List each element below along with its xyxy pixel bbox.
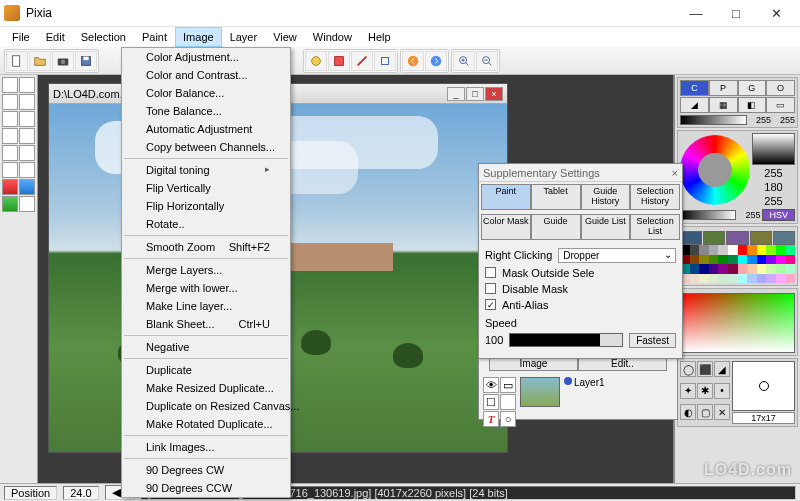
layer-tool-text-icon[interactable]: T: [483, 411, 499, 427]
menu-edit[interactable]: Edit: [38, 27, 73, 47]
menu-image[interactable]: Image: [175, 27, 222, 47]
palette-thumb[interactable]: [750, 231, 772, 245]
swatch[interactable]: [728, 274, 738, 284]
doc-minimize-button[interactable]: _: [447, 87, 465, 101]
brush-size-field[interactable]: 17x17: [732, 412, 795, 424]
swatch[interactable]: [718, 264, 728, 274]
menu-paint[interactable]: Paint: [134, 27, 175, 47]
brush-opt-3-icon[interactable]: ◢: [714, 361, 730, 377]
tool-icon-4[interactable]: [374, 51, 396, 71]
swatch[interactable]: [690, 245, 700, 255]
swatch[interactable]: [786, 245, 796, 255]
color-wheel[interactable]: [680, 135, 750, 205]
brush-opt-4-icon[interactable]: ✦: [680, 383, 696, 399]
menuitem-make-resized-duplicate[interactable]: Make Resized Duplicate...: [122, 379, 290, 397]
layer-name[interactable]: Layer1: [574, 377, 605, 388]
menuitem-link-images[interactable]: Link Images...: [122, 438, 290, 456]
cpgo-tab-g[interactable]: G: [738, 80, 767, 96]
swatch[interactable]: [709, 245, 719, 255]
layer-tool-4-icon[interactable]: [500, 394, 516, 410]
menuitem-make-line-layer[interactable]: Make Line layer...: [122, 297, 290, 315]
right-click-dropdown[interactable]: Dropper: [558, 248, 676, 263]
brush-opt-5-icon[interactable]: ✱: [697, 383, 713, 399]
brush-opt-9-icon[interactable]: ✕: [714, 404, 730, 420]
swatch[interactable]: [757, 274, 767, 284]
swatch[interactable]: [766, 264, 776, 274]
swatch[interactable]: [747, 264, 757, 274]
tool-select-icon[interactable]: [2, 162, 18, 178]
menuitem-digital-toning[interactable]: Digital toning: [122, 161, 290, 179]
rp-mode-icon-4[interactable]: ▭: [766, 97, 795, 113]
menu-layer[interactable]: Layer: [222, 27, 266, 47]
menuitem-90-degrees-cw[interactable]: 90 Degrees CW: [122, 461, 290, 479]
swatch[interactable]: [747, 245, 757, 255]
zoom-in-icon[interactable]: [453, 51, 475, 71]
swatch[interactable]: [757, 264, 767, 274]
nav-forward-icon[interactable]: [425, 51, 447, 71]
cpgo-tab-c[interactable]: C: [680, 80, 709, 96]
swatch[interactable]: [738, 274, 748, 284]
menuitem-duplicate-on-resized-canvas[interactable]: Duplicate on Resized Canvas...: [122, 397, 290, 415]
menu-window[interactable]: Window: [305, 27, 360, 47]
menuitem-rotate[interactable]: Rotate..: [122, 215, 290, 233]
swatch[interactable]: [690, 264, 700, 274]
swatch[interactable]: [699, 274, 709, 284]
checkbox-anti-alias[interactable]: ✓: [485, 299, 496, 310]
menuitem-flip-horizontally[interactable]: Flip Horizontally: [122, 197, 290, 215]
swatch[interactable]: [766, 245, 776, 255]
checkbox-mask-outside-sele[interactable]: [485, 267, 496, 278]
menuitem-merge-with-lower[interactable]: Merge with lower...: [122, 279, 290, 297]
menuitem-color-adjustment[interactable]: Color Adjustment...: [122, 48, 290, 66]
tool-magnet-icon[interactable]: [19, 179, 35, 195]
menuitem-tone-balance[interactable]: Tone Balance...: [122, 102, 290, 120]
menuitem-make-rotated-duplicate[interactable]: Make Rotated Duplicate...: [122, 415, 290, 433]
tool-rect-icon[interactable]: [2, 128, 18, 144]
menuitem-flip-vertically[interactable]: Flip Vertically: [122, 179, 290, 197]
rp-mode-icon-1[interactable]: ◢: [680, 97, 709, 113]
swatch[interactable]: [728, 245, 738, 255]
swatch[interactable]: [786, 255, 796, 265]
save-icon[interactable]: [75, 51, 97, 71]
tool-icon-1[interactable]: [305, 51, 327, 71]
swatch[interactable]: [718, 274, 728, 284]
tool-lasso-icon[interactable]: [19, 162, 35, 178]
menuitem-automatic-adjustment[interactable]: Automatic Adjustment: [122, 120, 290, 138]
swatch[interactable]: [738, 245, 748, 255]
supp-tab-guide-history[interactable]: Guide History: [581, 184, 631, 210]
swatch[interactable]: [709, 274, 719, 284]
hsv-slider[interactable]: [680, 210, 736, 220]
hsv-button[interactable]: HSV: [762, 209, 795, 221]
doc-close-button[interactable]: ×: [485, 87, 503, 101]
menuitem-color-balance[interactable]: Color Balance...: [122, 84, 290, 102]
brush-opt-7-icon[interactable]: ◐: [680, 404, 696, 420]
tool-icon-2[interactable]: [328, 51, 350, 71]
supp-tab-guide-list[interactable]: Guide List: [581, 214, 631, 240]
checkbox-disable-mask[interactable]: [485, 283, 496, 294]
swatch[interactable]: [757, 245, 767, 255]
tool-gradient-icon[interactable]: [19, 145, 35, 161]
supp-tab-paint[interactable]: Paint: [481, 184, 531, 210]
window-minimize-button[interactable]: —: [676, 1, 716, 25]
supp-tab-selection-history[interactable]: Selection History: [630, 184, 680, 210]
layer-visibility-dot[interactable]: [564, 377, 572, 385]
supp-tab-tablet[interactable]: Tablet: [531, 184, 581, 210]
palette-thumb[interactable]: [773, 231, 795, 245]
tool-misc-icon[interactable]: [19, 196, 35, 212]
swatch[interactable]: [690, 255, 700, 265]
swatch[interactable]: [690, 274, 700, 284]
swatch[interactable]: [766, 255, 776, 265]
swatch[interactable]: [709, 255, 719, 265]
swatch[interactable]: [747, 255, 757, 265]
menuitem-smooth-zoom[interactable]: Smooth ZoomShift+F2: [122, 238, 290, 256]
swatch[interactable]: [757, 255, 767, 265]
swatch[interactable]: [776, 264, 786, 274]
supp-tab-guide[interactable]: Guide: [531, 214, 581, 240]
tool-ellipse-icon[interactable]: [19, 128, 35, 144]
layer-tool-6-icon[interactable]: ○: [500, 411, 516, 427]
layer-tool-eye-icon[interactable]: 👁: [483, 377, 499, 393]
menuitem-negative[interactable]: Negative: [122, 338, 290, 356]
opacity-slider-1[interactable]: [680, 115, 747, 125]
tool-hand-icon[interactable]: [19, 77, 35, 93]
brush-preview[interactable]: [732, 361, 795, 411]
fastest-button[interactable]: Fastest: [629, 333, 676, 348]
